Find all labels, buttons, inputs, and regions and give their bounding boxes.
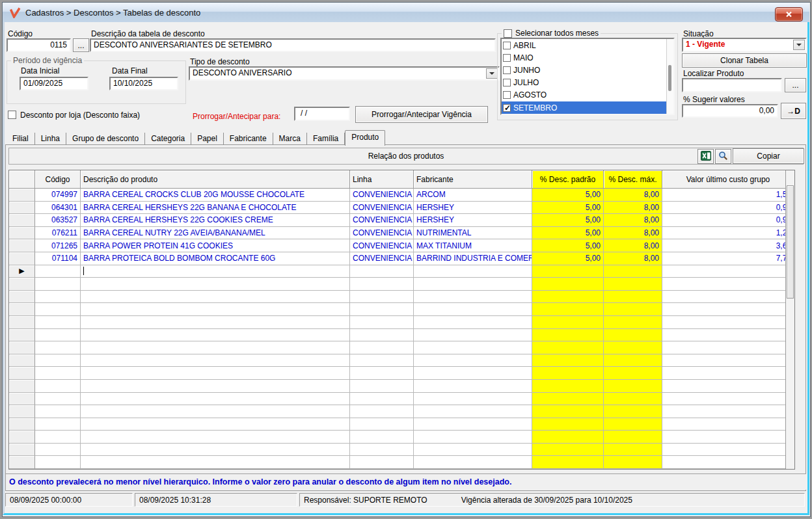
- cell-empty[interactable]: [414, 456, 532, 469]
- table-row[interactable]: 071104BARRA PROTEICA BOLD BOMBOM CROCANT…: [9, 252, 794, 265]
- row-selector-cell[interactable]: [9, 456, 35, 469]
- codigo-browse-button[interactable]: ...: [73, 38, 89, 52]
- row-selector-cell[interactable]: ▶: [9, 265, 35, 278]
- table-row[interactable]: 063527BARRA CEREAL HERSHEYS 22G COOKIES …: [9, 214, 794, 227]
- month-checkbox-icon[interactable]: [503, 91, 511, 99]
- cell-valor[interactable]: 3,62: [662, 239, 794, 252]
- month-item-maio[interactable]: MAIO: [502, 51, 673, 64]
- cell-desc_padrao[interactable]: 5,00: [532, 189, 604, 202]
- month-item-setembro[interactable]: SETEMBRO: [502, 101, 673, 114]
- cell-empty[interactable]: [662, 393, 794, 406]
- cell-empty[interactable]: [350, 354, 414, 367]
- cell-empty[interactable]: [81, 393, 350, 406]
- table-row[interactable]: [9, 278, 794, 291]
- cell-desc_padrao[interactable]: 5,00: [532, 214, 604, 227]
- cell-empty[interactable]: [662, 291, 794, 304]
- column-header-linha[interactable]: Linha: [350, 170, 414, 189]
- cell-desc_padrao[interactable]: 5,00: [532, 239, 604, 252]
- cell-empty[interactable]: [35, 329, 81, 342]
- data-final-field[interactable]: 10/10/2025: [109, 77, 178, 90]
- cell-empty[interactable]: [35, 316, 81, 329]
- cell-empty[interactable]: [35, 278, 81, 291]
- cell-desc_max[interactable]: 8,00: [604, 239, 662, 252]
- row-selector-cell[interactable]: [9, 202, 35, 215]
- prorrogar-vigencia-button[interactable]: Prorrogar/Antecipar Vigência: [355, 106, 488, 123]
- month-checkbox-icon[interactable]: [503, 54, 511, 62]
- cell-empty[interactable]: [350, 456, 414, 469]
- cell-empty[interactable]: [532, 418, 604, 431]
- month-checkbox-icon[interactable]: [503, 79, 511, 86]
- cell-empty[interactable]: [81, 265, 350, 278]
- table-row[interactable]: [9, 354, 794, 367]
- cell-empty[interactable]: [414, 418, 532, 431]
- clonar-tabela-button[interactable]: Clonar Tabela: [682, 53, 807, 68]
- column-header-valor-ultimo-custo-grupo[interactable]: Valor último custo grupo: [662, 170, 794, 189]
- cell-desc_max[interactable]: 8,00: [604, 202, 662, 215]
- cell-desc_max[interactable]: 8,00: [604, 227, 662, 240]
- cell-empty[interactable]: [35, 367, 81, 380]
- cell-empty[interactable]: [414, 341, 532, 354]
- table-row[interactable]: 064301BARRA CEREAL HERSHEYS 22G BANANA E…: [9, 202, 794, 215]
- cell-empty[interactable]: [35, 341, 81, 354]
- cell-empty[interactable]: [604, 393, 662, 406]
- cell-empty[interactable]: [350, 444, 414, 457]
- cell-empty[interactable]: [662, 265, 794, 278]
- grid-vertical-scrollbar[interactable]: [785, 170, 794, 469]
- row-selector-cell[interactable]: [9, 405, 35, 418]
- tab-fabricante[interactable]: Fabricante: [224, 133, 273, 145]
- cell-empty[interactable]: [414, 444, 532, 457]
- tab-grupo-de-desconto[interactable]: Grupo de desconto: [66, 133, 145, 145]
- cell-empty[interactable]: [662, 329, 794, 342]
- cell-empty[interactable]: [81, 303, 350, 316]
- cell-empty[interactable]: [350, 329, 414, 342]
- cell-empty[interactable]: [414, 380, 532, 393]
- cell-empty[interactable]: [81, 431, 350, 444]
- cell-empty[interactable]: [35, 456, 81, 469]
- cell-empty[interactable]: [81, 380, 350, 393]
- cell-empty[interactable]: [414, 316, 532, 329]
- codigo-field[interactable]: 0115: [7, 38, 71, 52]
- cell-fabricante[interactable]: NUTRIMENTAL: [414, 227, 532, 240]
- cell-empty[interactable]: [35, 265, 81, 278]
- descricao-field[interactable]: DESCONTO ANIVERSARIANTES DE SETEMBRO: [90, 38, 496, 52]
- sugerir-valores-field[interactable]: 0,00: [682, 104, 778, 118]
- table-row[interactable]: [9, 405, 794, 418]
- cell-descricao[interactable]: BARRA CEREAL HERSHEYS 22G BANANA E CHOCO…: [81, 202, 350, 215]
- cell-linha[interactable]: CONVENIENCIA: [350, 189, 414, 202]
- cell-empty[interactable]: [414, 278, 532, 291]
- cell-empty[interactable]: [350, 380, 414, 393]
- cell-linha[interactable]: CONVENIENCIA: [350, 239, 414, 252]
- cell-empty[interactable]: [350, 367, 414, 380]
- cell-empty[interactable]: [604, 367, 662, 380]
- cell-codigo[interactable]: 064301: [35, 202, 81, 215]
- cell-empty[interactable]: [350, 265, 414, 278]
- cell-empty[interactable]: [604, 405, 662, 418]
- tab-familia[interactable]: Família: [307, 133, 345, 145]
- cell-desc_padrao[interactable]: 5,00: [532, 202, 604, 215]
- cell-empty[interactable]: [414, 303, 532, 316]
- cell-codigo[interactable]: 074997: [35, 189, 81, 202]
- table-row[interactable]: [9, 291, 794, 304]
- cell-codigo[interactable]: 063527: [35, 214, 81, 227]
- cell-empty[interactable]: [350, 316, 414, 329]
- cell-empty[interactable]: [662, 303, 794, 316]
- cell-empty[interactable]: [604, 380, 662, 393]
- localizar-produto-field[interactable]: [682, 78, 782, 92]
- column-header-descricao-do-produto[interactable]: Descrição do produto: [81, 170, 350, 189]
- cell-empty[interactable]: [532, 393, 604, 406]
- cell-empty[interactable]: [350, 303, 414, 316]
- month-checkbox-icon[interactable]: [503, 66, 511, 74]
- cell-empty[interactable]: [532, 367, 604, 380]
- cell-codigo[interactable]: 071265: [35, 239, 81, 252]
- cell-fabricante[interactable]: HERSHEY: [414, 202, 532, 215]
- cell-empty[interactable]: [350, 278, 414, 291]
- cell-empty[interactable]: [532, 405, 604, 418]
- cell-empty[interactable]: [35, 418, 81, 431]
- cell-descricao[interactable]: BARRA CEREAL HERSHEYS 22G COOKIES CREME: [81, 214, 350, 227]
- row-selector-cell[interactable]: [9, 214, 35, 227]
- cell-empty[interactable]: [81, 278, 350, 291]
- cell-empty[interactable]: [604, 418, 662, 431]
- cell-fabricante[interactable]: MAX TITANIUM: [414, 239, 532, 252]
- row-selector-cell[interactable]: [9, 316, 35, 329]
- cell-linha[interactable]: CONVENIENCIA: [350, 227, 414, 240]
